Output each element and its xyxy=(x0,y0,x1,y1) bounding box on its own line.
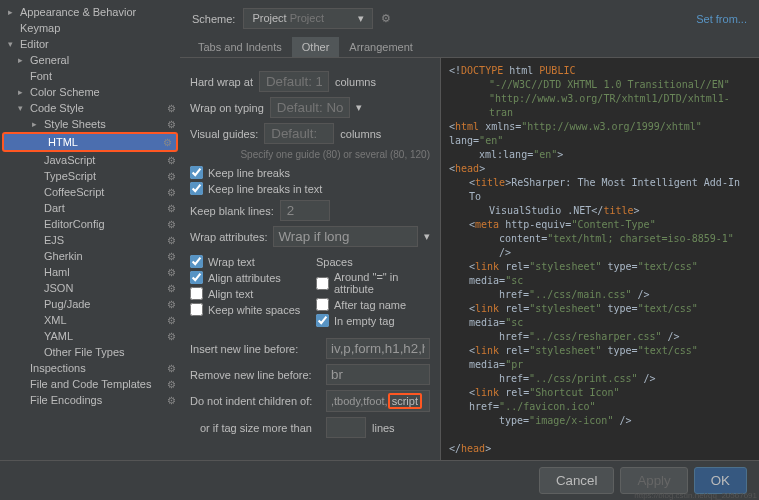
gear-icon: ⚙ xyxy=(167,103,176,114)
gear-icon: ⚙ xyxy=(167,379,176,390)
keep-linebreaks-text-cb[interactable] xyxy=(190,182,203,195)
scheme-select[interactable]: Project Project ▾ xyxy=(243,8,373,29)
aroundeq-cb[interactable] xyxy=(316,277,329,290)
sidebar-filecodetemplates[interactable]: File and Code Templates⚙ xyxy=(0,376,180,392)
tab-arrangement[interactable]: Arrangement xyxy=(339,37,423,57)
sidebar-gherkin[interactable]: Gherkin⚙ xyxy=(0,248,180,264)
gear-icon: ⚙ xyxy=(167,267,176,278)
sidebar-xml[interactable]: XML⚙ xyxy=(0,312,180,328)
gear-icon: ⚙ xyxy=(167,171,176,182)
scheme-label: Scheme: xyxy=(192,13,235,25)
sidebar-coffeescript[interactable]: CoffeeScript⚙ xyxy=(0,184,180,200)
settings-sidebar: ▸Appearance & Behavior Keymap ▾Editor ▸G… xyxy=(0,0,180,460)
sidebar-yaml[interactable]: YAML⚙ xyxy=(0,328,180,344)
ok-button[interactable]: OK xyxy=(694,467,747,494)
gear-icon: ⚙ xyxy=(167,235,176,246)
cancel-button[interactable]: Cancel xyxy=(539,467,615,494)
sidebar-json[interactable]: JSON⚙ xyxy=(0,280,180,296)
sidebar-editor[interactable]: ▾Editor xyxy=(0,36,180,52)
code-preview: <!DOCTYPE html PUBLIC "-//W3C//DTD XHTML… xyxy=(440,58,759,460)
wrapontyping-select[interactable] xyxy=(270,97,350,118)
gear-icon: ⚙ xyxy=(167,395,176,406)
sidebar-ejs[interactable]: EJS⚙ xyxy=(0,232,180,248)
gear-icon: ⚙ xyxy=(167,299,176,310)
sidebar-html[interactable]: HTML⚙ xyxy=(2,132,178,152)
sidebar-stylesheets[interactable]: ▸Style Sheets⚙ xyxy=(0,116,180,132)
noindent-input[interactable]: ,tbody,tfoot,script xyxy=(326,390,430,412)
gear-icon: ⚙ xyxy=(167,187,176,198)
sidebar-general[interactable]: ▸General xyxy=(0,52,180,68)
script-tag-highlight: script xyxy=(388,393,422,409)
removenl-input[interactable] xyxy=(326,364,430,385)
tagsize-input[interactable] xyxy=(326,417,366,438)
gear-icon: ⚙ xyxy=(167,363,176,374)
sidebar-keymap[interactable]: Keymap xyxy=(0,20,180,36)
sidebar-codestyle[interactable]: ▾Code Style⚙ xyxy=(0,100,180,116)
gear-icon: ⚙ xyxy=(167,315,176,326)
watermark: https://blog.csdn.net/qq_20567691 xyxy=(634,491,757,500)
inempty-cb[interactable] xyxy=(316,314,329,327)
gear-icon: ⚙ xyxy=(167,283,176,294)
sidebar-appearance[interactable]: ▸Appearance & Behavior xyxy=(0,4,180,20)
gear-icon: ⚙ xyxy=(163,137,172,148)
tab-tabs-indents[interactable]: Tabs and Indents xyxy=(188,37,292,57)
apply-button[interactable]: Apply xyxy=(620,467,687,494)
tab-other[interactable]: Other xyxy=(292,37,340,57)
gear-icon: ⚙ xyxy=(167,203,176,214)
keepws-cb[interactable] xyxy=(190,303,203,316)
alignattr-cb[interactable] xyxy=(190,271,203,284)
aftertag-cb[interactable] xyxy=(316,298,329,311)
sidebar-inspections[interactable]: Inspections⚙ xyxy=(0,360,180,376)
set-from-link[interactable]: Set from... xyxy=(696,13,747,25)
keepblank-input[interactable] xyxy=(280,200,330,221)
settings-panel: Hard wrap atcolumns Wrap on typing▾ Visu… xyxy=(180,58,440,460)
sidebar-dart[interactable]: Dart⚙ xyxy=(0,200,180,216)
insertnl-input[interactable] xyxy=(326,338,430,359)
gear-icon[interactable]: ⚙ xyxy=(381,12,391,25)
gear-icon: ⚙ xyxy=(167,219,176,230)
sidebar-font[interactable]: Font xyxy=(0,68,180,84)
wraptext-cb[interactable] xyxy=(190,255,203,268)
sidebar-colorscheme[interactable]: ▸Color Scheme xyxy=(0,84,180,100)
sidebar-javascript[interactable]: JavaScript⚙ xyxy=(0,152,180,168)
gear-icon: ⚙ xyxy=(167,155,176,166)
keep-linebreaks-cb[interactable] xyxy=(190,166,203,179)
visualguides-input[interactable] xyxy=(264,123,334,144)
sidebar-typescript[interactable]: TypeScript⚙ xyxy=(0,168,180,184)
sidebar-pugjade[interactable]: Pug/Jade⚙ xyxy=(0,296,180,312)
aligntext-cb[interactable] xyxy=(190,287,203,300)
gear-icon: ⚙ xyxy=(167,331,176,342)
sidebar-haml[interactable]: Haml⚙ xyxy=(0,264,180,280)
sidebar-otherfiletypes[interactable]: Other File Types xyxy=(0,344,180,360)
gear-icon: ⚙ xyxy=(167,251,176,262)
visualguides-hint: Specify one guide (80) or several (80, 1… xyxy=(190,149,430,160)
gear-icon: ⚙ xyxy=(167,119,176,130)
wrapattr-select[interactable] xyxy=(273,226,418,247)
hardwrap-input[interactable] xyxy=(259,71,329,92)
sidebar-editorconfig[interactable]: EditorConfig⚙ xyxy=(0,216,180,232)
sidebar-fileencodings[interactable]: File Encodings⚙ xyxy=(0,392,180,408)
